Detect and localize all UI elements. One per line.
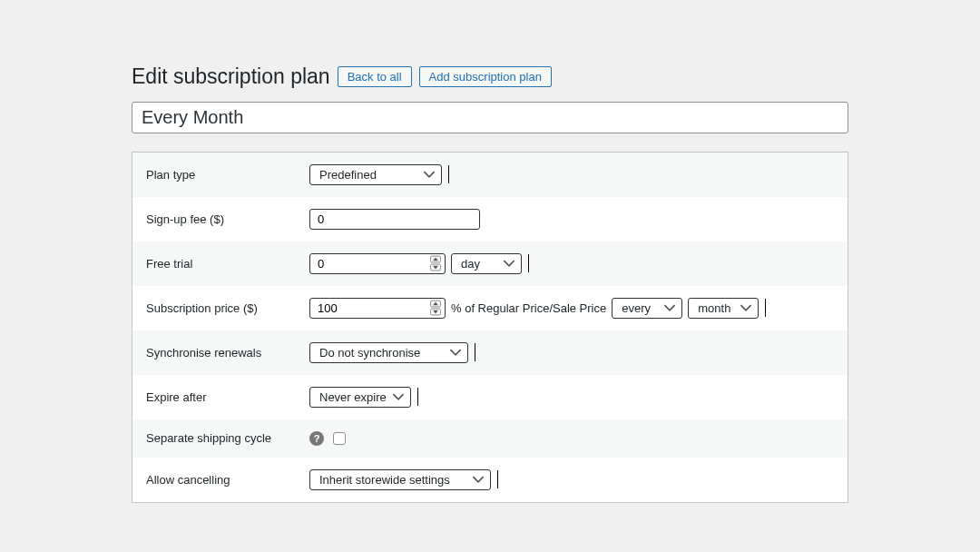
subscription-price-row: Subscription price ($) % of Regular Pric…: [132, 286, 848, 330]
subscription-price-input-wrap: [309, 298, 446, 319]
sync-renewals-value: Do not synchronise: [319, 346, 420, 360]
number-spinner: [430, 256, 441, 271]
period-value: month: [698, 301, 730, 315]
plan-name-input[interactable]: [132, 102, 848, 133]
allow-cancelling-select[interactable]: Inherit storewide settings: [309, 469, 491, 490]
allow-cancelling-label: Allow cancelling: [146, 473, 309, 487]
subscription-price-label: Subscription price ($): [146, 301, 309, 315]
page-header: Edit subscription plan Back to all Add s…: [132, 64, 848, 91]
chevron-down-icon: [423, 168, 436, 181]
help-icon[interactable]: ?: [309, 431, 324, 446]
allow-cancelling-row: Allow cancelling Inherit storewide setti…: [132, 458, 848, 502]
separate-shipping-row: Separate shipping cycle ?: [132, 419, 848, 458]
spinner-up[interactable]: [430, 256, 441, 263]
chevron-down-icon: [663, 301, 676, 314]
subscription-price-input[interactable]: [318, 301, 425, 315]
number-spinner: [430, 301, 441, 316]
expire-after-label: Expire after: [146, 390, 309, 404]
signup-fee-input[interactable]: [309, 209, 480, 230]
free-trial-input[interactable]: [318, 257, 425, 271]
frequency-select[interactable]: every: [612, 298, 682, 319]
chevron-down-icon: [472, 473, 485, 486]
expire-after-row: Expire after Never expire: [132, 375, 848, 419]
free-trial-unit-select[interactable]: day: [451, 253, 522, 274]
free-trial-unit-value: day: [461, 257, 480, 271]
spinner-down[interactable]: [430, 309, 441, 316]
plan-type-label: Plan type: [146, 168, 309, 182]
spinner-down[interactable]: [430, 264, 441, 271]
add-subscription-button[interactable]: Add subscription plan: [419, 66, 552, 87]
divider: [497, 470, 499, 488]
chevron-down-icon: [503, 257, 515, 270]
chevron-down-icon: [740, 301, 752, 314]
divider: [417, 388, 419, 406]
signup-fee-label: Sign-up fee ($): [146, 212, 309, 226]
signup-fee-row: Sign-up fee ($): [132, 197, 848, 242]
chevron-down-icon: [449, 346, 462, 359]
sync-renewals-label: Synchronise renewals: [146, 346, 309, 360]
free-trial-input-wrap: [309, 253, 446, 274]
allow-cancelling-value: Inherit storewide settings: [319, 473, 450, 487]
free-trial-label: Free trial: [146, 257, 309, 271]
separate-shipping-checkbox[interactable]: [333, 432, 346, 445]
divider: [475, 343, 476, 361]
chevron-down-icon: [392, 390, 405, 403]
plan-type-select[interactable]: Predefined: [309, 164, 442, 185]
period-select[interactable]: month: [688, 298, 759, 319]
sync-renewals-row: Synchronise renewals Do not synchronise: [132, 330, 848, 375]
sync-renewals-select[interactable]: Do not synchronise: [309, 342, 468, 363]
separate-shipping-label: Separate shipping cycle: [146, 431, 309, 445]
divider: [765, 299, 767, 317]
plan-type-row: Plan type Predefined: [132, 153, 848, 197]
spinner-up[interactable]: [430, 301, 441, 308]
page-title: Edit subscription plan: [132, 64, 330, 91]
divider: [448, 165, 450, 183]
back-to-all-button[interactable]: Back to all: [338, 66, 412, 87]
expire-after-value: Never expire: [319, 390, 387, 404]
expire-after-select[interactable]: Never expire: [309, 387, 411, 408]
settings-table: Plan type Predefined Sign-up fee ($) Fre…: [132, 152, 848, 503]
divider: [528, 254, 530, 272]
free-trial-row: Free trial day: [132, 242, 848, 286]
plan-type-value: Predefined: [319, 168, 377, 182]
frequency-value: every: [622, 301, 651, 315]
price-note: % of Regular Price/Sale Price: [451, 301, 606, 315]
